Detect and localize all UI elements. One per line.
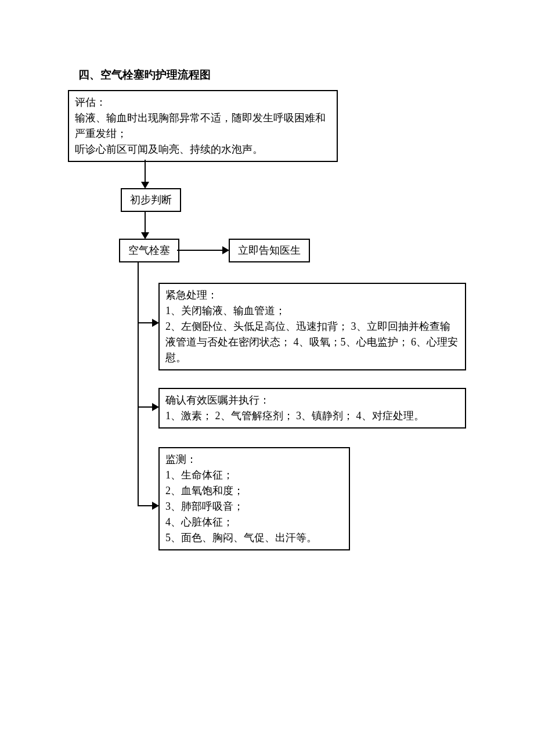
connector-line	[177, 250, 223, 251]
connector-line	[138, 406, 153, 408]
connector-line	[145, 160, 146, 183]
box-evaluation: 评估： 输液、输血时出现胸部异常不适，随即发生呼吸困难和严重发绀； 听诊心前区可…	[68, 90, 338, 162]
connector-trunk	[138, 262, 139, 506]
box-confirm: 确认有效医嘱并执行： 1、激素； 2、气管解痉剂； 3、镇静剂； 4、对症处理。	[158, 388, 466, 429]
connector-line	[138, 322, 153, 323]
box-emergency: 紧急处理： 1、关闭输液、输血管道； 2、左侧卧位、头低足高位、迅速扣背； 3、…	[158, 283, 466, 370]
page-title: 四、空气栓塞旳护理流程图	[78, 67, 211, 82]
box-embolism: 空气栓塞	[119, 239, 179, 262]
box-monitor: 监测： 1、生命体征； 2、血氧饱和度； 3、肺部呼吸音； 4、心脏体征； 5、…	[158, 447, 350, 550]
connector-line	[145, 211, 146, 233]
box-notify: 立即告知医生	[229, 239, 310, 262]
connector-line	[138, 505, 153, 506]
box-preliminary: 初步判断	[121, 188, 181, 212]
